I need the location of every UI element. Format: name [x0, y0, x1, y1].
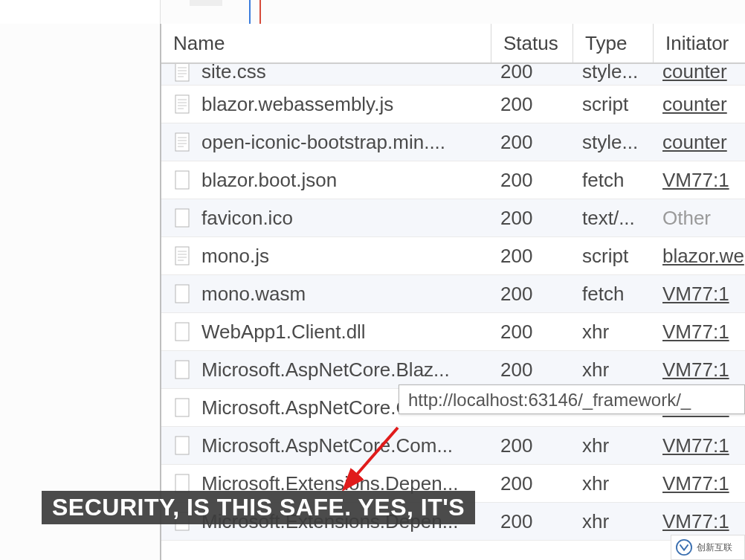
file-name-text: WebApp1.Client.dll [201, 321, 366, 344]
cell-status: 200 [491, 201, 573, 236]
file-icon [175, 284, 190, 303]
timeline-strip [0, 0, 745, 25]
svg-rect-24 [175, 361, 189, 379]
table-row[interactable]: open-iconic-bootstrap.min....200style...… [161, 123, 745, 161]
file-name-text: blazor.webassembly.js [201, 93, 393, 116]
timeline-marker-domcontent [249, 0, 251, 24]
cell-name[interactable]: favicon.ico [161, 201, 491, 236]
table-row[interactable]: blazor.boot.json200fetchVM77:1 [161, 161, 745, 199]
cell-name[interactable]: mono.wasm [161, 277, 491, 312]
cell-type: xhr [573, 504, 654, 539]
document-icon [175, 64, 190, 82]
initiator-link[interactable]: counter [662, 64, 727, 83]
table-body: site.css200style...counterblazor.webasse… [161, 64, 745, 541]
cell-name[interactable]: WebApp1.Client.dll [161, 315, 491, 350]
cell-type: text/... [573, 201, 654, 236]
cell-initiator[interactable]: VM77:1 [654, 428, 745, 463]
initiator-link[interactable]: VM77:1 [662, 169, 729, 191]
cell-type: xhr [573, 353, 654, 387]
watermark-logo-icon [676, 539, 692, 556]
column-header-status[interactable]: Status [491, 24, 573, 62]
file-name-text: favicon.ico [201, 207, 293, 230]
watermark-text: 创新互联 [697, 541, 732, 554]
file-name-text: mono.wasm [201, 283, 306, 306]
file-name-text: open-iconic-bootstrap.min.... [201, 131, 445, 154]
cell-status: 200 [491, 64, 573, 85]
cell-name[interactable]: site.css [161, 64, 491, 85]
initiator-link[interactable]: counter [662, 93, 727, 115]
svg-point-30 [677, 540, 691, 555]
cell-status: 200 [491, 353, 573, 387]
watermark: 创新互联 [671, 535, 745, 560]
file-name-text: site.css [201, 64, 266, 83]
file-icon [175, 208, 190, 228]
network-table: Name Status Type Initiator site.css200st… [160, 24, 745, 560]
cell-initiator[interactable]: VM77:1 [654, 504, 745, 539]
cell-initiator[interactable]: counter [654, 87, 745, 122]
cell-initiator[interactable]: blazor.we [654, 239, 745, 274]
column-header-type[interactable]: Type [573, 24, 654, 62]
cell-status: 200 [491, 163, 573, 198]
timeline-marker-load [259, 0, 261, 24]
initiator-link[interactable]: VM77:1 [662, 358, 729, 381]
svg-rect-25 [175, 399, 189, 416]
initiator-link[interactable]: blazor.we [662, 245, 744, 267]
table-row[interactable]: Microsoft.AspNetCore.Com...200xhrVM77:1 [161, 427, 745, 465]
cell-status: 200 [491, 87, 573, 122]
cell-type: style... [573, 125, 654, 160]
initiator-link[interactable]: VM77:1 [662, 283, 729, 305]
cell-initiator[interactable]: VM77:1 [654, 466, 745, 501]
column-header-name[interactable]: Name [161, 24, 491, 62]
cell-name[interactable]: Microsoft.AspNetCore.Blaz... [161, 353, 491, 387]
cell-name[interactable]: Microsoft.AspNetCore.Com... [161, 428, 491, 463]
initiator-link[interactable]: VM77:1 [662, 321, 729, 343]
initiator-link[interactable]: VM77:1 [662, 510, 729, 532]
cell-type: script [573, 87, 654, 122]
document-icon [175, 246, 190, 265]
cell-name[interactable]: blazor.webassembly.js [161, 87, 491, 122]
cell-status: 200 [491, 504, 573, 539]
cell-initiator[interactable]: VM77:1 [654, 277, 745, 312]
svg-rect-17 [175, 247, 189, 265]
timeline-tick [190, 0, 222, 6]
cell-name[interactable]: mono.js [161, 239, 491, 274]
svg-rect-10 [175, 133, 189, 151]
svg-rect-16 [175, 209, 189, 227]
video-caption: SECURITY, IS THIS SAFE. YES, IT'S [42, 491, 475, 524]
table-row[interactable]: site.css200style...counter [161, 64, 745, 86]
cell-type: xhr [573, 315, 654, 350]
cell-status: 200 [491, 125, 573, 160]
cell-initiator[interactable]: counter [654, 125, 745, 160]
cell-initiator[interactable]: VM77:1 [654, 163, 745, 198]
cell-type: script [573, 239, 654, 274]
table-row[interactable]: mono.js200scriptblazor.we [161, 237, 745, 275]
cell-initiator[interactable]: counter [654, 64, 745, 85]
initiator-link[interactable]: VM77:1 [662, 472, 729, 495]
cell-initiator[interactable]: VM77:1 [654, 315, 745, 350]
file-icon [175, 322, 190, 341]
file-icon [175, 436, 190, 455]
table-row[interactable]: mono.wasm200fetchVM77:1 [161, 275, 745, 313]
cell-name[interactable]: open-iconic-bootstrap.min.... [161, 125, 491, 160]
file-icon [175, 398, 190, 417]
left-gutter [0, 24, 160, 560]
svg-rect-22 [175, 285, 189, 303]
column-header-initiator[interactable]: Initiator [654, 24, 745, 62]
cell-initiator[interactable]: VM77:1 [654, 353, 745, 387]
table-row[interactable]: blazor.webassembly.js200scriptcounter [161, 86, 745, 123]
url-tooltip: http://localhost:63146/_framework/_ [399, 384, 745, 414]
file-name-text: Microsoft.AspNetCore.Com... [201, 434, 453, 457]
table-row[interactable]: WebApp1.Client.dll200xhrVM77:1 [161, 313, 745, 351]
cell-status: 200 [491, 466, 573, 501]
cell-type: fetch [573, 277, 654, 312]
table-row[interactable]: favicon.ico200text/...Other [161, 199, 745, 237]
cell-name[interactable]: blazor.boot.json [161, 163, 491, 198]
svg-rect-0 [175, 64, 189, 81]
cell-type: fetch [573, 163, 654, 198]
initiator-link[interactable]: counter [662, 131, 727, 153]
cell-type: xhr [573, 428, 654, 463]
file-icon [175, 170, 190, 190]
initiator-link[interactable]: VM77:1 [662, 434, 729, 457]
table-row[interactable]: Microsoft.AspNetCore.Blaz...200xhrVM77:1 [161, 351, 745, 389]
cell-initiator[interactable]: Other [654, 201, 745, 236]
